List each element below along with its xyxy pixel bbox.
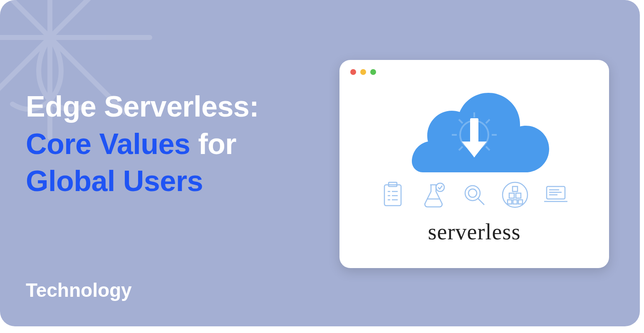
hero-banner: Edge Serverless: Core Values for Global …	[0, 0, 640, 326]
title-for: for	[190, 128, 236, 160]
icon-row	[366, 180, 582, 211]
svg-rect-21	[509, 193, 514, 198]
close-icon	[350, 69, 356, 75]
illustration-card: serverless	[339, 60, 609, 268]
minimize-icon	[360, 69, 366, 75]
clipboard-icon	[378, 180, 408, 211]
svg-line-18	[478, 199, 484, 205]
svg-rect-22	[516, 193, 521, 198]
stack-icon	[500, 180, 530, 211]
svg-rect-25	[518, 200, 523, 204]
cloud-download-icon	[399, 85, 549, 172]
flask-icon	[419, 180, 448, 211]
svg-rect-20	[513, 186, 518, 191]
svg-point-17	[468, 189, 477, 197]
svg-rect-5	[470, 118, 478, 143]
svg-point-16	[465, 186, 480, 201]
magnifier-icon	[459, 180, 489, 211]
title-line-3: Global Users	[26, 163, 342, 200]
category-label: Technology	[26, 279, 132, 301]
illustration: serverless	[366, 85, 582, 245]
title-line-1: Edge Serverless:	[26, 88, 342, 126]
svg-rect-23	[508, 200, 512, 204]
svg-point-15	[436, 183, 444, 191]
title-core-values: Core Values	[26, 128, 190, 160]
zoom-icon	[370, 69, 376, 75]
title-line-2: Core Values for	[26, 126, 342, 163]
window-traffic-lights	[350, 69, 376, 75]
laptop-icon	[541, 180, 571, 211]
svg-rect-24	[513, 200, 517, 204]
illustration-label: serverless	[366, 219, 582, 245]
title-block: Edge Serverless: Core Values for Global …	[26, 88, 342, 200]
